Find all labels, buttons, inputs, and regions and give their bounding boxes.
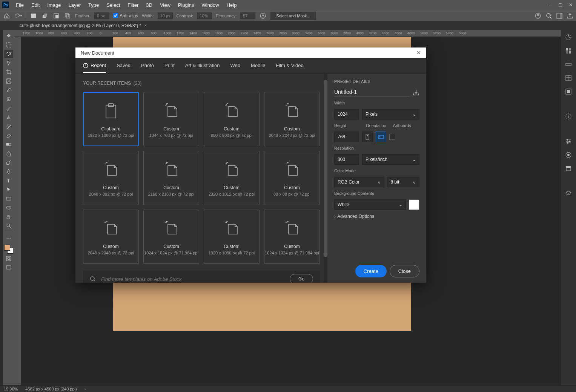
preset-dimensions: 900 x 900 px @ 72 ppi [211, 133, 252, 138]
preset-name: Custom [224, 244, 239, 249]
preset-item[interactable]: Custom2048 x 2048 px @ 72 ppi [83, 210, 139, 264]
preset-item[interactable]: Custom88 x 88 px @ 72 ppi [264, 151, 320, 205]
document-icon [221, 159, 242, 180]
orientation-landscape[interactable] [376, 132, 386, 142]
document-icon [282, 101, 302, 121]
close-button[interactable]: Close [390, 265, 419, 277]
clipboard-icon [101, 101, 121, 121]
preset-item[interactable]: Custom2160 x 2160 px @ 72 ppi [143, 151, 199, 205]
width-value-input[interactable] [334, 109, 359, 119]
document-icon [101, 159, 121, 180]
presets-panel: YOUR RECENT ITEMS (20) Clipboard1920 x 1… [75, 74, 327, 283]
preset-name: Custom [103, 185, 118, 190]
svg-rect-51 [378, 135, 384, 138]
resolution-unit-select[interactable]: Pixels/Inch⌄ [362, 154, 419, 165]
document-name-input[interactable] [334, 87, 410, 97]
width-unit-select[interactable]: Pixels⌄ [362, 109, 419, 119]
tab-mobile[interactable]: Mobile [251, 59, 265, 73]
preset-item[interactable]: Custom2048 x 892 px @ 72 ppi [83, 151, 139, 205]
dialog-titlebar[interactable]: New Document ✕ [75, 47, 426, 58]
scrollbar[interactable] [324, 74, 327, 283]
orientation-label: Orientation [366, 123, 386, 128]
height-value-input[interactable] [334, 132, 359, 142]
advanced-options-toggle[interactable]: ›Advanced Options [334, 214, 419, 219]
svg-point-50 [367, 135, 368, 136]
colormode-label: Color Mode [334, 168, 419, 173]
preset-name: Custom [284, 244, 300, 249]
preset-name: Custom [163, 185, 179, 190]
preset-name: Custom [284, 185, 300, 190]
new-document-dialog: New Document ✕ RecentSavedPhotoPrintArt … [75, 47, 426, 283]
preset-dimensions: 2320 x 1012 px @ 72 ppi [209, 192, 255, 196]
artboards-checkbox[interactable] [389, 134, 395, 140]
preset-item[interactable]: Custom900 x 900 px @ 72 ppi [204, 92, 260, 146]
dialog-tabs: RecentSavedPhotoPrintArt & IllustrationW… [75, 58, 426, 74]
adobe-stock-search: Go [83, 271, 320, 283]
preset-dimensions: 2048 x 892 px @ 72 ppi [89, 192, 133, 196]
dialog-title: New Document [81, 50, 114, 56]
document-icon [282, 159, 302, 180]
tab-photo[interactable]: Photo [141, 59, 154, 73]
height-label: Height [334, 123, 359, 128]
width-label: Width [334, 101, 419, 105]
document-icon [161, 159, 181, 180]
preset-dimensions: 1920 x 1080 px @ 72 ppi [88, 133, 134, 138]
preset-details-panel: PRESET DETAILS Width Pixels⌄ Height Orie… [327, 74, 426, 283]
recent-count: (20) [134, 81, 141, 86]
tab-art-illustration[interactable]: Art & Illustration [185, 59, 220, 73]
artboards-label: Artboards [393, 123, 411, 128]
preset-name: Custom [163, 126, 179, 132]
bgcontents-select[interactable]: White⌄ [334, 199, 406, 210]
preset-dimensions: 1344 x 768 px @ 72 ppi [149, 133, 193, 138]
preset-item[interactable]: Custom1920 x 1080 px @ 72 ppi [204, 210, 260, 264]
svg-rect-49 [366, 134, 369, 139]
preset-item[interactable]: Custom1024 x 1024 px @ 71,984 ppi [143, 210, 199, 264]
go-button[interactable]: Go [290, 274, 313, 283]
preset-name: Custom [224, 126, 239, 132]
tab-print[interactable]: Print [164, 59, 175, 73]
preset-name: Clipboard [101, 126, 120, 132]
preset-name: Custom [163, 244, 179, 249]
tab-recent[interactable]: Recent [83, 59, 106, 73]
preset-dimensions: 1024 x 1024 px @ 71,984 ppi [144, 251, 198, 255]
tab-saved[interactable]: Saved [117, 59, 131, 73]
preset-dimensions: 1920 x 1080 px @ 72 ppi [209, 251, 255, 255]
recent-header: YOUR RECENT ITEMS [83, 81, 131, 86]
dialog-close-icon[interactable]: ✕ [416, 50, 421, 56]
stock-search-input[interactable] [101, 276, 284, 282]
tab-web[interactable]: Web [230, 59, 241, 73]
orientation-portrait[interactable] [362, 132, 373, 142]
document-icon [161, 218, 181, 239]
preset-dimensions: 2048 x 2048 px @ 72 ppi [88, 251, 134, 255]
colormode-select[interactable]: RGB Color⌄ [334, 177, 384, 187]
preset-name: Custom [224, 185, 239, 190]
preset-item[interactable]: Clipboard1920 x 1080 px @ 72 ppi [83, 92, 139, 146]
preset-item[interactable]: Custom1024 x 1024 px @ 71,984 ppi [264, 210, 320, 264]
preset-name: Custom [284, 126, 300, 132]
document-icon [101, 218, 121, 239]
document-icon [282, 218, 302, 239]
preset-dimensions: 2160 x 2160 px @ 72 ppi [148, 192, 194, 196]
details-header: PRESET DETAILS [334, 79, 419, 84]
bgcontents-label: Background Contents [334, 191, 419, 196]
document-icon [221, 218, 242, 239]
create-button[interactable]: Create [355, 265, 387, 277]
preset-name: Custom [103, 244, 118, 249]
tab-film-video[interactable]: Film & Video [276, 59, 303, 73]
preset-dimensions: 1024 x 1024 px @ 71,984 ppi [265, 251, 319, 255]
save-preset-icon[interactable] [413, 89, 419, 96]
preset-dimensions: 2048 x 2048 px @ 72 ppi [269, 133, 315, 138]
svg-point-52 [379, 136, 381, 138]
bgcolor-chip[interactable] [409, 199, 419, 210]
document-icon [221, 101, 242, 121]
preset-item[interactable]: Custom2320 x 1012 px @ 72 ppi [204, 151, 260, 205]
document-icon [161, 101, 181, 121]
search-icon [90, 276, 96, 282]
svg-rect-46 [106, 105, 116, 118]
resolution-input[interactable] [334, 154, 359, 165]
colordepth-select[interactable]: 8 bit⌄ [387, 177, 419, 187]
resolution-label: Resolution [334, 146, 419, 150]
svg-point-48 [91, 277, 94, 280]
preset-item[interactable]: Custom2048 x 2048 px @ 72 ppi [264, 92, 320, 146]
preset-item[interactable]: Custom1344 x 768 px @ 72 ppi [143, 92, 199, 146]
